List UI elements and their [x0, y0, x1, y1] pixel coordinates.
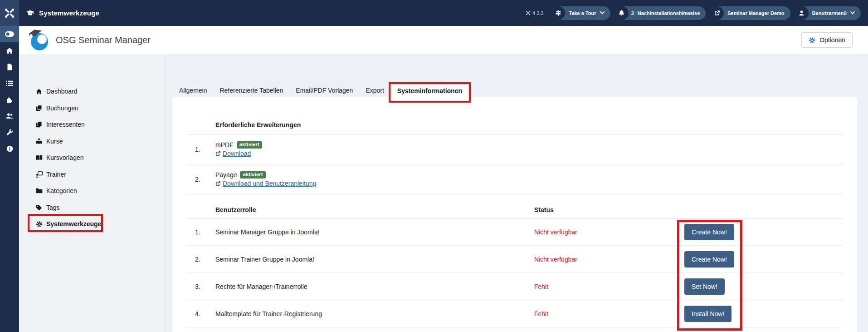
- role-name: Seminar Manager Gruppe in Joomla!: [206, 228, 534, 236]
- page-title: Systemwerkzeuge: [26, 9, 99, 17]
- role-name: Rechte für Manager-/Trainerrolle: [206, 283, 534, 290]
- options-label: Optionen: [819, 36, 845, 44]
- info-icon[interactable]: [0, 140, 19, 157]
- column-header-benutzerrolle: Benutzerrolle: [206, 206, 534, 213]
- role-row-2: 2. Seminar Trainer Gruppe in Joomla! Nic…: [187, 246, 843, 273]
- notification-count-badge: 3: [631, 10, 634, 16]
- sidebar-item-kategorien[interactable]: Kategorien: [19, 183, 165, 199]
- component-sidebar: Dashboard Buchungen Interessenten Kurse: [19, 54, 166, 332]
- chevron-down-icon: [600, 11, 605, 15]
- site-preview-label: Seminar Manager Demo: [727, 10, 784, 16]
- top-navbar: Systemwerkzeuge 4.3.2: [0, 0, 868, 26]
- component-header: OSG Seminar Manager Optionen: [19, 26, 868, 54]
- set-now-button[interactable]: Set Now!: [684, 278, 725, 295]
- tab-email-pdf-vorlagen[interactable]: Email/PDF Vorlagen: [289, 84, 359, 97]
- extensions-section-title: Erforderliche Erweiterungen: [206, 121, 534, 129]
- extensions-header-row: Erforderliche Erweiterungen: [187, 97, 843, 134]
- create-now-button[interactable]: Create Now!: [684, 251, 734, 268]
- gear-icon: [35, 221, 43, 228]
- user-menu-label: Benutzermenü: [812, 10, 847, 16]
- sidebar-item-interessenten[interactable]: Interessenten: [19, 116, 165, 133]
- row-number: 2.: [187, 176, 206, 183]
- list-icon[interactable]: [0, 75, 19, 91]
- icon-rail: [0, 26, 19, 332]
- gear-icon: [809, 37, 815, 44]
- install-now-button[interactable]: Install Now!: [684, 306, 731, 322]
- site-preview-button[interactable]: Seminar Manager Demo: [710, 6, 790, 20]
- sidebar-item-tags[interactable]: Tags: [19, 199, 165, 216]
- sidebar-item-buchungen[interactable]: Buchungen: [19, 100, 165, 117]
- settings-tabs: Allgemein Referenzierte Tabellen Email/P…: [173, 84, 469, 97]
- extension-row-payage: 2. Payage aktiviert Download und Benutze…: [187, 164, 843, 194]
- signpost-icon: [551, 6, 565, 20]
- role-row-3: 3. Rechte für Manager-/Trainerrolle Fehl…: [187, 273, 843, 300]
- user-icon: [795, 6, 809, 20]
- post-installation-messages-label: Nachinstallationshinweise: [638, 10, 700, 16]
- systeminformationen-panel: Erforderliche Erweiterungen 1. mPDF akti…: [172, 97, 857, 332]
- role-row-1: 1. Seminar Manager Gruppe in Joomla! Nic…: [187, 218, 843, 246]
- version-text: 4.3.2: [532, 10, 543, 16]
- home-icon[interactable]: [0, 42, 19, 59]
- copy-icon: [35, 121, 43, 128]
- book-reader-icon: [35, 138, 43, 144]
- home-icon: [35, 89, 43, 94]
- user-menu-button[interactable]: Benutzermenü: [795, 6, 861, 20]
- book-open-icon: [35, 155, 43, 161]
- row-number: 1.: [187, 146, 206, 153]
- sidebar-item-trainer[interactable]: Trainer: [19, 166, 165, 183]
- tab-export[interactable]: Export: [359, 84, 390, 97]
- external-link-icon: [215, 181, 221, 186]
- take-a-tour-label: Take a Tour: [569, 10, 596, 16]
- joomla-version-icon: [526, 10, 531, 15]
- role-status: Fehlt: [534, 310, 677, 317]
- tag-icon: [35, 204, 43, 211]
- chevron-down-icon: [850, 11, 855, 15]
- sidebar-item-kursvorlagen[interactable]: Kursvorlagen: [19, 149, 165, 166]
- tab-allgemein[interactable]: Allgemein: [173, 84, 213, 97]
- sidebar-item-kurse[interactable]: Kurse: [19, 133, 165, 150]
- tab-referenzierte-tabellen[interactable]: Referenzierte Tabellen: [213, 84, 289, 97]
- wrench-icon[interactable]: [0, 124, 19, 140]
- take-a-tour-button[interactable]: Take a Tour: [551, 6, 610, 20]
- osg-logo: [28, 29, 50, 51]
- role-status: Nicht verfügbar: [534, 256, 677, 263]
- download-link[interactable]: Download: [215, 150, 534, 157]
- external-link-icon: [710, 6, 724, 20]
- joomla-logo-tile[interactable]: [0, 0, 19, 26]
- role-name: Mailtemplate für Trainer-Registrierung: [206, 310, 534, 317]
- bell-icon: [615, 6, 629, 20]
- column-header-status: Status: [534, 206, 677, 213]
- role-name: Seminar Trainer Gruppe in Joomla!: [206, 256, 534, 263]
- role-row-4: 4. Mailtemplate für Trainer-Registrierun…: [187, 300, 843, 327]
- status-badge-aktiviert: aktiviert: [237, 141, 262, 149]
- role-status: Nicht verfügbar: [534, 228, 677, 236]
- tab-systeminformationen[interactable]: Systeminformationen: [390, 84, 469, 97]
- sidebar-item-dashboard[interactable]: Dashboard: [19, 83, 165, 100]
- graduation-cap-icon: [26, 10, 34, 16]
- navbar-right-group: 4.3.2 Take a Tour 3: [526, 6, 861, 20]
- options-button[interactable]: Optionen: [801, 32, 853, 48]
- sidebar-item-systemwerkzeuge[interactable]: Systemwerkzeuge: [19, 216, 165, 233]
- joomla-version: 4.3.2: [526, 10, 543, 16]
- roles-header-row: Benutzerrolle Status: [187, 194, 843, 218]
- copy-icon: [35, 105, 43, 111]
- extension-row-mpdf: 1. mPDF aktiviert Download: [187, 134, 843, 164]
- external-link-icon: [215, 151, 221, 156]
- users-icon[interactable]: [0, 108, 19, 124]
- file-icon[interactable]: [0, 59, 19, 75]
- download-link[interactable]: Download und Benutzeranleitung: [215, 180, 534, 187]
- extension-name: mPDF: [215, 141, 234, 149]
- folder-icon: [35, 188, 43, 193]
- joomla-icon: [4, 8, 15, 19]
- toggle-menu-icon[interactable]: [0, 26, 19, 42]
- post-installation-messages-button[interactable]: 3 Nachinstallationshinweise: [615, 6, 706, 20]
- create-now-button[interactable]: Create Now!: [684, 224, 734, 240]
- page-title-text: Systemwerkzeuge: [39, 9, 99, 17]
- puzzle-icon[interactable]: [0, 91, 19, 108]
- component-title: OSG Seminar Manager: [56, 35, 151, 45]
- extension-name: Payage: [215, 171, 237, 178]
- chalkboard-teacher-icon: [35, 171, 43, 178]
- role-status: Fehlt: [534, 283, 677, 290]
- status-badge-aktiviert: aktiviert: [240, 171, 265, 179]
